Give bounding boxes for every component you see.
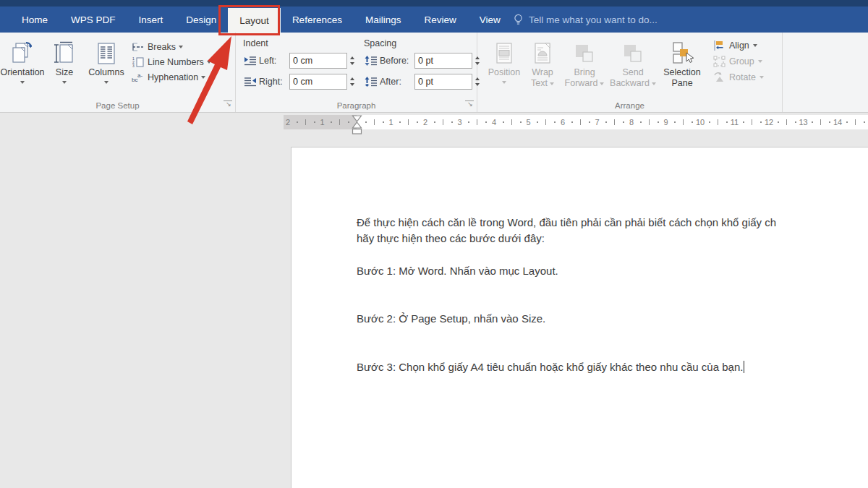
indent-markers[interactable] [352, 115, 362, 138]
size-label: Size [56, 67, 73, 78]
ruler-quarter-dot [485, 121, 487, 123]
ruler-quarter-dot [605, 121, 607, 123]
indent-right-spinner[interactable] [347, 74, 357, 90]
indent-left-field[interactable]: 0 cm [289, 53, 347, 69]
page-setup-group-label: Page Setup [0, 101, 235, 110]
selection-pane-icon [671, 40, 694, 67]
tab-view[interactable]: View [468, 7, 512, 33]
page-break-icon [132, 41, 145, 53]
chevron-down-icon [201, 76, 205, 79]
breaks-label: Breaks [148, 42, 176, 52]
paragraph-dialog-launcher[interactable]: ↘ [465, 100, 474, 109]
tab-review[interactable]: Review [412, 7, 467, 33]
position-button[interactable]: Position [485, 37, 524, 98]
indent-right-field[interactable]: 0 cm [289, 74, 347, 90]
ruler-quarter-dot [778, 121, 779, 123]
ruler-number: 4 [492, 115, 496, 129]
spacing-after-label: After: [380, 77, 414, 87]
selection-pane-button[interactable]: SelectionPane [658, 37, 706, 98]
columns-button[interactable]: Columns [85, 37, 127, 98]
align-label: Align [729, 40, 749, 51]
ruler-half-tick [855, 119, 856, 125]
group-label: Group [729, 56, 754, 67]
hyphenation-button[interactable]: bca- Hyphenation [132, 72, 211, 83]
indent-right-label: Right: [259, 77, 289, 87]
spacing-before-field[interactable]: 0 pt [414, 53, 472, 69]
breaks-button[interactable]: Breaks [132, 41, 211, 53]
tab-references[interactable]: References [281, 7, 354, 33]
ruler-quarter-dot [829, 121, 830, 123]
group-paragraph: Indent Left: 0 cm Right: 0 cm [236, 33, 477, 112]
hyphenation-icon: bca- [132, 72, 145, 83]
tab-insert[interactable]: Insert [127, 7, 175, 33]
rotate-button[interactable]: Rotate [713, 72, 764, 83]
ruler-quarter-dot [314, 121, 315, 123]
tab-mailings[interactable]: Mailings [354, 7, 413, 33]
indent-left-spinner[interactable] [347, 53, 357, 69]
spacing-header: Spacing [364, 38, 482, 48]
chevron-down-icon [753, 44, 757, 47]
tab-home[interactable]: Home [10, 7, 59, 33]
align-icon [713, 40, 726, 51]
lightbulb-icon [514, 14, 523, 26]
columns-icon [95, 40, 117, 67]
spacing-after-field[interactable]: 0 pt [414, 74, 472, 90]
tell-me-box[interactable]: Tell me what you want to do... [514, 7, 658, 33]
line-numbers-icon: 123 [132, 56, 145, 68]
ruler-number: 7 [595, 115, 599, 129]
wrap-text-button[interactable]: WrapText [524, 37, 561, 98]
chevron-down-icon [62, 81, 67, 84]
orientation-button[interactable]: Orientation [1, 37, 43, 98]
indent-left-icon [243, 55, 258, 67]
line-numbers-button[interactable]: 123 Line Numbers [132, 56, 211, 68]
arrange-side-column: Align Group Rotate [706, 37, 764, 98]
ruler-quarter-dot [554, 121, 556, 123]
paragraph-step3: Bước 3: Chọn khổ giấy A4 tiêu chuẩn hoặc… [357, 359, 868, 375]
ruler-number: 10 [696, 115, 705, 129]
ruler-quarter-dot [795, 121, 796, 123]
ruler-half-tick [820, 119, 821, 125]
red-highlight-box [218, 5, 280, 35]
page-setup-dialog-launcher[interactable]: ↘ [224, 100, 232, 109]
ruler-half-tick [786, 119, 787, 125]
ruler-half-tick [443, 119, 443, 125]
ruler-number: 6 [561, 115, 565, 129]
wrap-text-label: WrapText [531, 67, 554, 89]
ruler-half-tick [545, 119, 546, 125]
ruler-half-tick [649, 119, 650, 125]
selection-pane-label: SelectionPane [663, 67, 700, 89]
document-workspace: 21123456789101112131415 Để thực hiện các… [0, 113, 868, 488]
chevron-down-icon [600, 82, 604, 85]
send-backward-button[interactable]: SendBackward [608, 37, 658, 98]
bring-forward-button[interactable]: BringForward [561, 37, 608, 98]
document-text: Để thực hiện cách căn lề trong Word, đầu… [292, 147, 868, 375]
paragraph-line: Để thực hiện cách căn lề trong Word, đầu… [357, 215, 868, 231]
ruler-half-tick [477, 119, 477, 125]
send-backward-icon [622, 40, 644, 67]
ruler-quarter-dot [399, 121, 401, 123]
ruler-quarter-dot [537, 121, 538, 123]
horizontal-ruler[interactable]: 21123456789101112131415 [284, 115, 868, 129]
ruler-quarter-dot [365, 121, 367, 123]
group-button[interactable]: Group [713, 56, 764, 67]
document-page[interactable]: Để thực hiện cách căn lề trong Word, đầu… [291, 147, 868, 488]
indent-left-label: Left: [259, 56, 289, 66]
paragraph-step2: Bước 2: Ở Page Setup, nhấn vào Size. [357, 311, 868, 327]
ruler-quarter-dot [623, 121, 624, 123]
ruler-half-tick [511, 119, 512, 125]
size-button[interactable]: Size [43, 37, 85, 98]
align-button[interactable]: Align [713, 40, 764, 51]
spacing-before-icon [364, 55, 378, 67]
ribbon: Orientation Size Columns Breaks [0, 33, 868, 113]
chevron-down-icon [179, 46, 183, 48]
ruler-quarter-dot [658, 121, 659, 123]
ruler-half-tick [339, 119, 340, 125]
ruler-number: 9 [663, 115, 668, 129]
ruler-half-tick [718, 119, 718, 125]
ruler-half-tick [752, 119, 752, 125]
indent-right-icon [243, 76, 258, 87]
ruler-quarter-dot [451, 121, 453, 123]
tab-wps-pdf[interactable]: WPS PDF [59, 7, 127, 33]
titlebar-top-strip [0, 0, 868, 7]
ruler-number: 5 [526, 115, 530, 129]
